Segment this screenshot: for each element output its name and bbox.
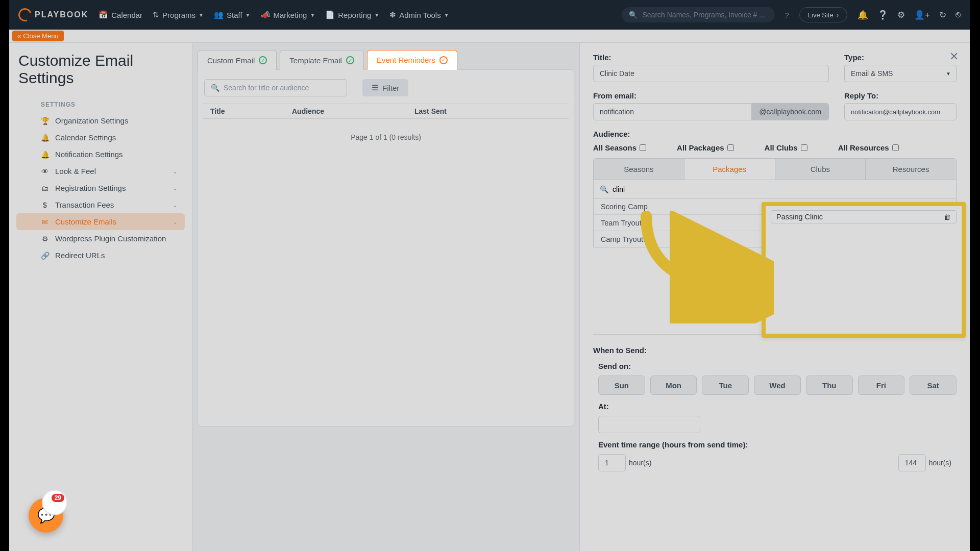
day-button-mon[interactable]: Mon: [650, 375, 697, 395]
audience-tab-packages[interactable]: Packages: [684, 159, 775, 180]
filter-button[interactable]: ☰ Filter: [362, 79, 408, 96]
search-icon: 🔍: [629, 11, 638, 19]
type-select[interactable]: Email & SMS▼: [844, 65, 957, 82]
tab-template-email[interactable]: Template Email✓: [280, 50, 364, 70]
brand-logo[interactable]: PLAYBOOK: [18, 8, 88, 21]
sidebar-icon: 👁: [41, 167, 49, 176]
check-circle-icon: ✓: [259, 56, 267, 64]
range-to-input[interactable]: [898, 454, 926, 471]
help-circle-icon[interactable]: ?: [785, 11, 789, 19]
sidebar-item-transaction-fees[interactable]: $Transaction Fees⌄: [16, 196, 185, 213]
audience-tab-resources[interactable]: Resources: [866, 159, 956, 180]
tab-event-reminders[interactable]: Event Reminders✓: [367, 50, 457, 70]
sidebar-item-wordpress-plugin-customization[interactable]: ⚙Wordpress Plugin Customization: [16, 230, 185, 247]
sidebar-item-label: Transaction Fees: [55, 201, 114, 209]
sidebar-icon: 🔔: [41, 151, 49, 159]
nav-programs[interactable]: ⇅ Programs▼: [153, 10, 204, 19]
title-input[interactable]: [593, 65, 829, 82]
top-navbar: PLAYBOOK 📅 Calendar ⇅ Programs▼ 👥 Staff▼…: [9, 0, 970, 30]
global-search[interactable]: 🔍 Search Names, Programs, Invoice # ...: [622, 7, 775, 22]
sidebar-item-notification-settings[interactable]: 🔔Notification Settings: [16, 146, 185, 163]
logout-icon[interactable]: ⎋: [955, 10, 961, 20]
reply-to-input[interactable]: [844, 103, 957, 120]
audience-tab-clubs[interactable]: Clubs: [775, 159, 866, 180]
type-label: Type:: [844, 53, 957, 62]
sidebar-item-registration-settings[interactable]: 🗂Registration Settings⌄: [16, 180, 185, 196]
chevron-down-icon: ⌄: [173, 168, 178, 175]
selected-packages-panel: Passing Clinic 🗑: [762, 202, 966, 338]
detail-pane: ✕ Title: Type: Email & SMS▼: [579, 43, 970, 551]
chat-widget[interactable]: 29 💬: [29, 498, 63, 533]
search-icon: 🔍: [211, 84, 219, 92]
sidebar-item-label: Redirect URLs: [55, 251, 105, 260]
day-button-wed[interactable]: Wed: [754, 375, 801, 395]
sidebar-item-label: Customize Emails: [55, 217, 116, 226]
col-title: Title: [210, 107, 292, 115]
sidebar-item-label: Calendar Settings: [55, 133, 116, 142]
range-from-input[interactable]: [598, 454, 626, 471]
nav-admin-tools[interactable]: ✽ Admin Tools▼: [389, 10, 449, 19]
sidebar-item-label: Registration Settings: [55, 184, 126, 192]
search-icon: 🔍: [600, 185, 608, 193]
sidebar-item-redirect-urls[interactable]: 🔗Redirect URLs: [16, 247, 185, 264]
audience-check-all-seasons[interactable]: All Seasons: [593, 143, 646, 152]
day-button-thu[interactable]: Thu: [806, 375, 853, 395]
audience-label: Audience:: [593, 130, 957, 138]
sidebar-icon: 🔔: [41, 134, 49, 142]
list-search-input[interactable]: 🔍 Search for title or audience: [204, 79, 347, 96]
at-time-input[interactable]: [598, 416, 700, 433]
sidebar-item-look-&-feel[interactable]: 👁Look & Feel⌄: [16, 163, 185, 180]
day-button-fri[interactable]: Fri: [858, 375, 905, 395]
live-site-button[interactable]: Live Site ›: [799, 7, 847, 22]
audience-search[interactable]: 🔍: [593, 180, 957, 198]
sidebar-item-label: Organization Settings: [55, 116, 128, 125]
sidebar-item-customize-emails[interactable]: ✉Customize Emails⌄: [16, 213, 185, 230]
gear-icon[interactable]: ⚙: [897, 10, 905, 20]
list-pane: Custom Email✓Template Email✓Event Remind…: [192, 43, 579, 551]
checkbox[interactable]: [801, 144, 807, 151]
checkbox[interactable]: [640, 144, 646, 151]
history-icon[interactable]: ↻: [939, 10, 946, 20]
sub-bar: « Close Menu: [9, 30, 970, 43]
help-icon[interactable]: ❔: [877, 10, 888, 20]
checkbox[interactable]: [727, 144, 734, 151]
audience-tab-seasons[interactable]: Seasons: [594, 159, 684, 180]
add-user-icon[interactable]: 👤+: [914, 10, 930, 20]
chevron-down-icon: ⌄: [173, 202, 178, 209]
chevron-down-icon: ▼: [946, 71, 951, 77]
when-to-send-label: When to Send:: [593, 346, 957, 355]
nav-marketing[interactable]: 📣 Marketing▼: [261, 10, 315, 19]
content-area: Custom Email✓Template Email✓Event Remind…: [192, 43, 970, 551]
sidebar-item-organization-settings[interactable]: 🏆Organization Settings: [16, 112, 185, 129]
nav-staff[interactable]: 👥 Staff▼: [214, 10, 251, 19]
from-email-input[interactable]: [593, 103, 752, 120]
from-email-label: From email:: [593, 91, 829, 100]
sidebar-item-label: Look & Feel: [55, 167, 96, 176]
day-button-sun[interactable]: Sun: [598, 375, 645, 395]
sidebar-icon: ⚙: [41, 235, 49, 243]
audience-check-all-packages[interactable]: All Packages: [677, 143, 734, 152]
time-range-label: Event time range (hours from send time):: [598, 440, 957, 449]
selected-package-label: Passing Clinic: [776, 213, 823, 221]
day-button-sat[interactable]: Sat: [910, 375, 957, 395]
close-menu-button[interactable]: « Close Menu: [12, 31, 64, 41]
audience-check-all-resources[interactable]: All Resources: [838, 143, 899, 152]
tab-custom-email[interactable]: Custom Email✓: [198, 50, 277, 70]
nav-reporting[interactable]: 📄 Reporting▼: [325, 10, 379, 19]
logo-mark-icon: [16, 6, 34, 24]
day-button-tue[interactable]: Tue: [702, 375, 749, 395]
audience-search-input[interactable]: [612, 185, 950, 193]
close-panel-icon[interactable]: ✕: [949, 50, 959, 63]
nav-calendar[interactable]: 📅 Calendar: [99, 10, 142, 19]
bell-icon[interactable]: 🔔: [857, 10, 868, 20]
send-on-label: Send on:: [598, 362, 957, 370]
filter-icon: ☰: [372, 83, 378, 92]
settings-sidebar: Customize Email Settings SETTINGS 🏆Organ…: [9, 43, 192, 551]
page-title: Customize Email Settings: [16, 52, 185, 87]
chat-count-badge: 29: [52, 494, 64, 502]
audience-check-all-clubs[interactable]: All Clubs: [765, 143, 807, 152]
checkbox[interactable]: [892, 144, 899, 151]
trash-icon[interactable]: 🗑: [944, 213, 951, 221]
sidebar-item-calendar-settings[interactable]: 🔔Calendar Settings: [16, 129, 185, 146]
check-circle-icon: ✓: [439, 56, 448, 64]
